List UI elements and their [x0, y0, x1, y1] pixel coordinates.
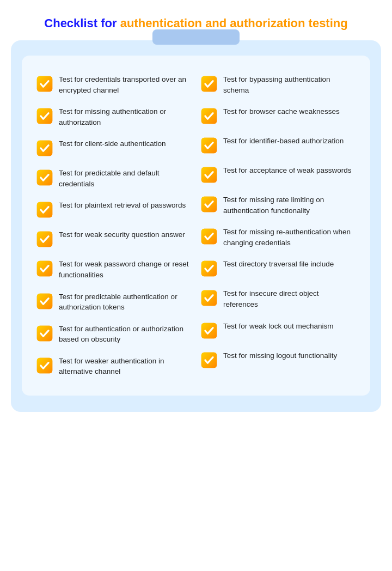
checkmark-icon — [36, 169, 53, 186]
svg-rect-3 — [37, 108, 52, 124]
list-item: Test for missing rate limiting on authen… — [196, 189, 360, 221]
checkmark-icon — [200, 228, 218, 245]
list-item: Test for weak security question answer — [32, 224, 196, 253]
title-highlight: authentication and authorization testing — [120, 16, 348, 30]
checkmark-icon — [200, 75, 218, 93]
checkmark-icon — [36, 201, 53, 218]
checkmark-icon — [200, 322, 218, 339]
item-text: Test for predictable authentication or a… — [59, 291, 189, 313]
checkmark-icon — [200, 166, 218, 184]
svg-rect-25 — [201, 138, 217, 153]
svg-rect-17 — [37, 325, 52, 341]
svg-rect-15 — [37, 293, 52, 308]
svg-rect-21 — [201, 76, 217, 92]
checkmark-icon — [200, 107, 218, 125]
item-text: Test for plaintext retrieval of password… — [59, 200, 186, 211]
list-item: Test for authentication or authorization… — [32, 318, 196, 350]
right-column: Test for bypassing authentication schema… — [196, 69, 360, 382]
checkmark-icon — [200, 196, 218, 213]
svg-rect-39 — [201, 352, 217, 367]
item-text: Test for missing re-authentication when … — [223, 227, 354, 248]
item-text: Test for credentials transported over an… — [59, 74, 189, 95]
item-text: Test for identifier-based authorization — [223, 136, 344, 147]
checkmark-icon — [36, 230, 53, 248]
checkmark-icon — [36, 139, 53, 157]
svg-rect-33 — [201, 261, 217, 276]
checkmark-icon — [36, 357, 53, 374]
checkmark-icon — [200, 351, 218, 369]
item-text: Test for acceptance of weak passwords — [223, 165, 352, 176]
checkmark-icon — [200, 289, 218, 307]
checkmark-icon — [200, 260, 218, 277]
item-text: Test for missing logout functionality — [223, 350, 337, 361]
checklist-grid: Test for credentials transported over an… — [22, 56, 370, 396]
list-item: Test directory traversal file include — [196, 253, 360, 283]
list-item: Test for missing logout functionality — [196, 345, 360, 374]
item-text: Test for predictable and default credent… — [59, 168, 189, 189]
item-text: Test for authentication or authorization… — [59, 324, 189, 345]
svg-rect-19 — [37, 358, 52, 373]
item-text: Test for weak lock out mechanism — [223, 321, 334, 332]
svg-rect-7 — [37, 170, 52, 185]
list-item: Test for missing authentication or autho… — [32, 101, 196, 133]
svg-rect-37 — [201, 323, 217, 338]
list-item: Test for weak password change or reset f… — [32, 253, 196, 286]
list-item: Test for identifier-based authorization — [196, 130, 360, 160]
top-bar-decoration — [152, 29, 240, 45]
svg-rect-1 — [37, 76, 52, 92]
item-text: Test for missing authentication or autho… — [59, 106, 189, 127]
item-text: Test for browser cache weaknesses — [223, 106, 340, 117]
item-text: Test for missing rate limiting on authen… — [223, 195, 354, 216]
item-text: Test directory traversal file include — [223, 259, 334, 270]
list-item: Test for browser cache weaknesses — [196, 101, 360, 130]
svg-rect-35 — [201, 290, 217, 306]
checkmark-icon — [36, 75, 53, 93]
list-item: Test for weaker authentication in altern… — [32, 350, 196, 382]
svg-rect-31 — [201, 229, 217, 244]
checkmark-icon — [36, 293, 53, 310]
title-prefix: Checklist for — [44, 16, 120, 30]
list-item: Test for credentials transported over an… — [32, 69, 196, 101]
list-item: Test for acceptance of weak passwords — [196, 160, 360, 189]
checklist-container: Test for credentials transported over an… — [11, 40, 381, 412]
item-text: Test for weak security question answer — [59, 229, 185, 240]
item-text: Test for weak password change or reset f… — [59, 259, 189, 280]
checkmark-icon — [36, 325, 53, 342]
list-item: Test for plaintext retrieval of password… — [32, 195, 196, 224]
item-text: Test for insecure direct object referenc… — [223, 288, 354, 309]
left-column: Test for credentials transported over an… — [32, 69, 196, 382]
list-item: Test for client-side authentication — [32, 133, 196, 162]
list-item: Test for missing re-authentication when … — [196, 221, 360, 253]
item-text: Test for client-side authentication — [59, 138, 166, 149]
item-text: Test for weaker authentication in altern… — [59, 356, 189, 377]
svg-rect-9 — [37, 202, 52, 217]
item-text: Test for bypassing authentication schema — [223, 74, 354, 95]
checkmark-icon — [36, 107, 53, 125]
svg-rect-11 — [37, 232, 52, 247]
checkmark-icon — [36, 260, 53, 277]
list-item: Test for insecure direct object referenc… — [196, 283, 360, 315]
svg-rect-27 — [201, 167, 217, 183]
svg-rect-5 — [37, 141, 52, 156]
list-item: Test for predictable and default credent… — [32, 162, 196, 195]
svg-rect-13 — [37, 261, 52, 276]
list-item: Test for bypassing authentication schema — [196, 69, 360, 101]
svg-rect-29 — [201, 197, 217, 212]
list-item: Test for predictable authentication or a… — [32, 286, 196, 318]
checkmark-icon — [200, 137, 218, 154]
svg-rect-23 — [201, 108, 217, 124]
list-item: Test for weak lock out mechanism — [196, 315, 360, 345]
